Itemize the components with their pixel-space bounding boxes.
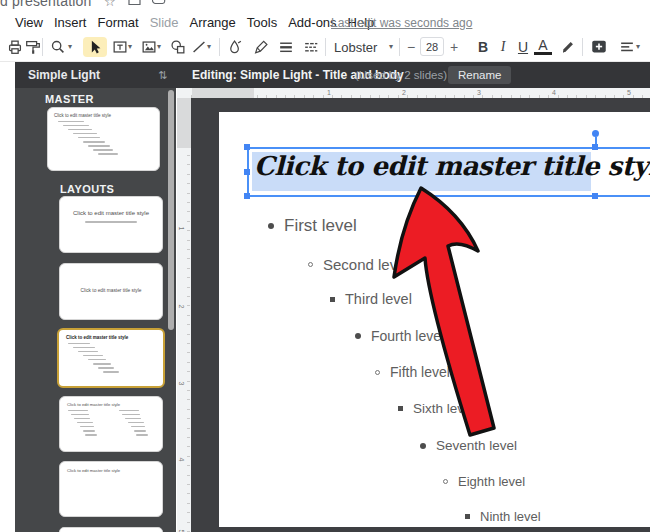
layouts-section-label: LAYOUTS	[60, 183, 114, 195]
font-size-increase-button[interactable]: +	[447, 37, 461, 57]
text-color-button[interactable]: A	[534, 38, 552, 55]
bullet-label: Eighth level	[458, 474, 525, 489]
align-icon[interactable]	[617, 37, 637, 57]
border-dash-icon[interactable]	[301, 37, 321, 57]
document-title[interactable]: d presentation	[0, 0, 92, 9]
text-box-icon[interactable]	[110, 37, 130, 57]
master-thumbnail[interactable]: Click to edit master title style	[47, 107, 160, 171]
thumb-line	[98, 367, 114, 369]
master-title-text[interactable]: Click to edit master title style	[254, 151, 650, 181]
resize-handle-bottom-center[interactable]	[592, 193, 598, 199]
menu-arrange[interactable]: Arrange	[190, 15, 236, 30]
selection-border-top	[247, 147, 650, 149]
toolbar-divider	[325, 38, 326, 56]
toolbar-divider	[582, 38, 583, 56]
thumb-line	[58, 121, 84, 123]
layout-thumbnail-section-header[interactable]: Click to edit master title style	[59, 263, 163, 320]
ruler-margin-indicator	[192, 88, 254, 98]
print-icon[interactable]	[5, 37, 25, 57]
layout-thumb-title: Click to edit master title style	[66, 335, 156, 340]
highlight-color-icon[interactable]	[558, 37, 578, 57]
line-caret[interactable]: ▾	[207, 42, 211, 51]
menu-view[interactable]: View	[15, 15, 43, 30]
fill-color-icon[interactable]	[225, 37, 245, 57]
bullet-level-8[interactable]: Eighth level	[443, 474, 525, 489]
bullet-level-1[interactable]: First level	[268, 216, 357, 236]
image-caret[interactable]: ▾	[157, 42, 161, 51]
cloud-status-icon[interactable]	[152, 0, 166, 9]
bullet-label: Ninth level	[480, 509, 541, 524]
document-titlebar: d presentation ☆	[0, 0, 650, 13]
toolbar: ▾ ▾ ▾ ▾ Lobster ▾ − 28 + B I U A	[0, 32, 650, 62]
menu-insert[interactable]: Insert	[54, 15, 87, 30]
layout-thumb-title: Click to edit master title style	[67, 468, 155, 473]
thumb-line	[88, 359, 106, 361]
thumb-line	[103, 371, 119, 373]
circle-bullet-icon	[308, 262, 313, 267]
menu-addons[interactable]: Add-ons	[288, 15, 336, 30]
resize-handle-mid-left[interactable]	[244, 169, 250, 175]
bold-button[interactable]: B	[474, 37, 492, 57]
thumb-line	[73, 347, 95, 349]
layout-thumbnail-partial[interactable]	[59, 527, 163, 532]
add-comment-icon[interactable]	[589, 37, 609, 57]
italic-button[interactable]: I	[494, 37, 512, 57]
image-icon[interactable]	[139, 37, 159, 57]
resize-handle-top-left[interactable]	[244, 144, 250, 150]
border-color-icon[interactable]	[251, 37, 271, 57]
align-caret[interactable]: ▾	[636, 42, 640, 51]
v-ruler-number: 4	[178, 458, 185, 462]
menu-bar: View Insert Format Slide Arrange Tools A…	[0, 13, 650, 32]
layout-thumb-title: Click to edit master title style	[60, 210, 162, 217]
toolbar-divider	[399, 38, 400, 56]
paint-format-icon[interactable]	[23, 37, 43, 57]
zoom-icon[interactable]	[48, 37, 68, 57]
bullet-level-9[interactable]: Ninth level	[465, 509, 541, 524]
underline-button[interactable]: U	[514, 37, 532, 57]
square-bullet-icon	[330, 297, 335, 302]
thumb-line	[78, 137, 100, 139]
thumb-line	[98, 153, 118, 155]
sort-arrows-icon[interactable]: ⇅	[158, 69, 167, 82]
thumb-line	[88, 145, 110, 147]
resize-handle-bottom-left[interactable]	[244, 193, 250, 199]
zoom-dropdown-caret[interactable]: ▾	[68, 42, 72, 51]
font-family-select[interactable]: Lobster	[334, 37, 377, 57]
rotation-handle[interactable]	[592, 130, 599, 137]
move-folder-icon[interactable]	[128, 0, 141, 10]
ruler-margin-indicator	[177, 98, 191, 148]
thumb-line	[68, 343, 90, 345]
line-icon[interactable]	[189, 37, 209, 57]
layout-thumbnail-title-and-body-selected[interactable]: Click to edit master title style	[57, 328, 165, 388]
menu-tools[interactable]: Tools	[247, 15, 277, 30]
disc-bullet-icon	[355, 333, 361, 339]
menu-slide[interactable]: Slide	[150, 15, 179, 30]
text-box-caret[interactable]: ▾	[128, 42, 132, 51]
thumb-line	[78, 351, 98, 353]
layout-thumbnail-two-columns[interactable]: Click to edit master title style	[59, 396, 163, 452]
sidebar-scrollbar[interactable]	[168, 90, 174, 330]
font-family-caret[interactable]: ▾	[389, 42, 393, 51]
disc-bullet-icon	[268, 223, 274, 229]
layout-thumbnail-title-slide[interactable]: Click to edit master title style	[59, 196, 163, 253]
menu-format[interactable]: Format	[97, 15, 138, 30]
rename-button[interactable]: Rename	[448, 66, 511, 84]
horizontal-ruler: 1 2 3 4 5	[177, 88, 650, 98]
thumb-line	[83, 141, 105, 143]
star-icon[interactable]: ☆	[104, 0, 116, 9]
last-edit-link[interactable]: Last edit was seconds ago	[331, 13, 472, 32]
toolbar-divider	[42, 38, 43, 56]
layout-thumbnail-title-only[interactable]: Click to edit master title style	[59, 461, 163, 517]
border-weight-icon[interactable]	[276, 37, 296, 57]
thumb-line	[93, 363, 111, 365]
master-section-label: MASTER	[45, 93, 94, 105]
shape-icon[interactable]	[168, 37, 188, 57]
thumb-line	[63, 125, 89, 127]
thumb-line	[83, 355, 103, 357]
font-size-input[interactable]: 28	[420, 37, 444, 56]
resize-handle-top-center[interactable]	[592, 144, 598, 150]
select-tool-icon[interactable]	[83, 37, 107, 57]
h-ruler-number: 4	[552, 89, 556, 96]
bullet-label: First level	[284, 216, 357, 236]
font-size-decrease-button[interactable]: −	[404, 37, 418, 57]
